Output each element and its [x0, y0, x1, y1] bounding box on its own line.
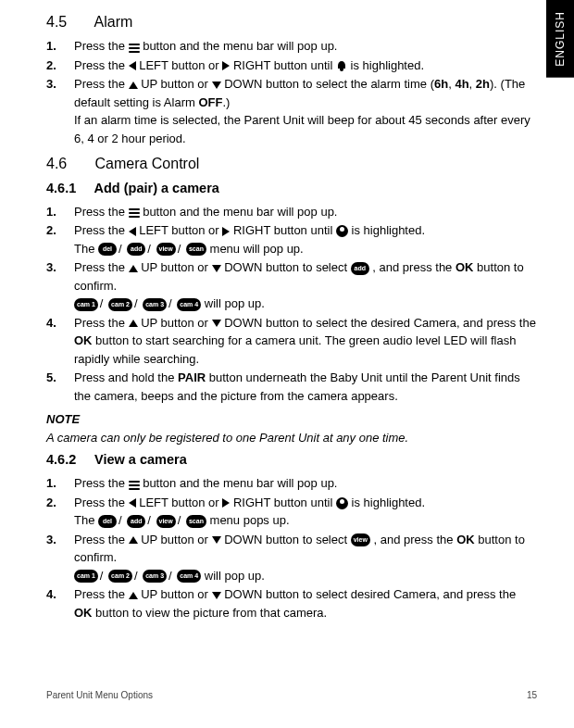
heading-4-6: 4.6 Camera Control	[46, 153, 537, 175]
add-icon: add	[127, 515, 145, 528]
step-number: 3.	[46, 258, 56, 277]
step-number: 2.	[46, 56, 56, 75]
page: ENGLISH 4.5 Alarm 1. Press the button an…	[0, 0, 574, 728]
footer: Parent Unit Menu Options 15	[46, 688, 537, 702]
view-icon: view	[156, 243, 176, 256]
heading-4-6-2: 4.6.2 View a camera	[46, 450, 537, 471]
language-tab: ENGLISH	[546, 0, 574, 78]
section-number: 4.6	[46, 153, 91, 175]
list-item: 1. Press the button and the menu bar wil…	[46, 37, 537, 56]
menu-icon	[129, 208, 140, 218]
down-arrow-icon	[212, 82, 221, 89]
camera-control-icon	[336, 497, 348, 509]
left-arrow-icon	[129, 227, 136, 236]
steps-4-6-1: 1. Press the button and the menu bar wil…	[46, 203, 537, 406]
list-item: 3. Press the UP button or DOWN button to…	[46, 75, 537, 147]
step-number: 4.	[46, 585, 56, 604]
note-heading: NOTE	[46, 410, 537, 429]
heading-4-5: 4.5 Alarm	[46, 11, 537, 33]
menu-icon	[129, 44, 140, 53]
steps-4-6-2: 1. Press the button and the menu bar wil…	[46, 474, 537, 621]
list-item: 3. Press the UP button or DOWN button to…	[46, 258, 537, 313]
section-number: 4.5	[46, 11, 91, 33]
up-arrow-icon	[129, 592, 138, 599]
menu-icon	[129, 481, 140, 490]
step-number: 3.	[46, 531, 56, 549]
section-number: 4.6.2	[46, 450, 91, 471]
scan-icon: scan	[186, 243, 206, 256]
cam1-icon: cam 1	[74, 298, 98, 311]
step-number: 5.	[46, 369, 56, 387]
cam2-icon: cam 2	[108, 570, 132, 583]
cam3-icon: cam 3	[143, 298, 167, 311]
list-item: 5. Press and hold the PAIR button undern…	[46, 369, 537, 405]
step-number: 1.	[46, 37, 56, 56]
cam1-icon: cam 1	[74, 570, 98, 583]
right-arrow-icon	[222, 227, 230, 236]
list-item: 2. Press the LEFT button or RIGHT button…	[46, 56, 537, 75]
right-arrow-icon	[222, 498, 230, 508]
list-item: 4. Press the UP button or DOWN button to…	[46, 585, 537, 621]
down-arrow-icon	[212, 320, 221, 327]
view-icon: view	[351, 533, 370, 546]
list-item: 2. Press the LEFT button or RIGHT button…	[46, 494, 537, 530]
del-icon: del	[98, 515, 117, 528]
list-item: 3. Press the UP button or DOWN button to…	[46, 531, 537, 585]
add-icon: add	[351, 262, 369, 275]
note-body: A camera can only be registered to one P…	[46, 429, 537, 447]
list-item: 1. Press the button and the menu bar wil…	[46, 474, 537, 493]
cam3-icon: cam 3	[143, 570, 167, 583]
steps-4-5: 1. Press the button and the menu bar wil…	[46, 37, 537, 147]
cam2-icon: cam 2	[108, 298, 132, 311]
up-arrow-icon	[129, 82, 138, 89]
bell-icon	[336, 60, 347, 71]
down-arrow-icon	[212, 536, 221, 544]
down-arrow-icon	[212, 592, 221, 599]
cam4-icon: cam 4	[177, 570, 201, 583]
del-icon: del	[98, 243, 117, 256]
cam4-icon: cam 4	[177, 298, 201, 311]
list-item: 4. Press the UP button or DOWN button to…	[46, 314, 537, 369]
camera-control-icon	[336, 225, 348, 237]
view-icon: view	[156, 515, 176, 528]
section-title: Add (pair) a camera	[94, 181, 219, 195]
section-title: View a camera	[94, 452, 187, 467]
right-arrow-icon	[222, 61, 230, 70]
step-number: 1.	[46, 203, 56, 221]
list-item: 2. Press the LEFT button or RIGHT button…	[46, 221, 537, 257]
up-arrow-icon	[129, 536, 138, 544]
left-arrow-icon	[129, 498, 136, 508]
heading-4-6-1: 4.6.1 Add (pair) a camera	[46, 179, 537, 199]
step-number: 1.	[46, 474, 56, 493]
up-arrow-icon	[129, 265, 138, 272]
left-arrow-icon	[129, 61, 136, 70]
section-title: Alarm	[94, 14, 133, 30]
section-title: Camera Control	[94, 156, 199, 171]
step-number: 2.	[46, 494, 56, 512]
list-item: 1. Press the button and the menu bar wil…	[46, 203, 537, 221]
footer-title: Parent Unit Menu Options	[46, 688, 153, 702]
up-arrow-icon	[129, 320, 138, 327]
page-number: 15	[527, 688, 537, 702]
step-number: 4.	[46, 314, 56, 333]
step-number: 3.	[46, 75, 56, 94]
scan-icon: scan	[186, 515, 206, 528]
section-number: 4.6.1	[46, 179, 91, 199]
down-arrow-icon	[212, 265, 221, 272]
add-icon: add	[127, 243, 145, 256]
step-number: 2.	[46, 221, 56, 240]
